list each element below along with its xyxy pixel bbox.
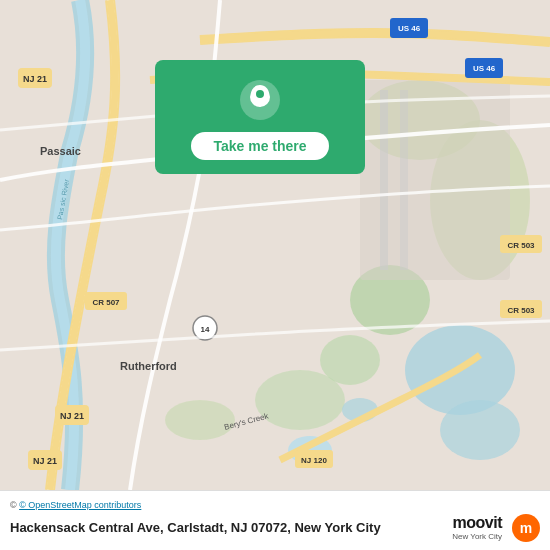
location-card: Take me there <box>155 60 365 174</box>
svg-point-11 <box>440 400 520 460</box>
svg-text:NJ 120: NJ 120 <box>301 456 327 465</box>
take-me-there-button[interactable]: Take me there <box>191 132 328 160</box>
location-info: Hackensack Central Ave, Carlstadt, NJ 07… <box>10 514 540 542</box>
svg-point-6 <box>165 400 235 440</box>
svg-text:NJ 21: NJ 21 <box>60 411 84 421</box>
moovit-icon: m <box>512 514 540 542</box>
svg-rect-9 <box>400 90 408 270</box>
moovit-sub: New York City <box>452 532 502 541</box>
svg-text:US 46: US 46 <box>473 64 496 73</box>
svg-text:Passaic: Passaic <box>40 145 81 157</box>
location-address: Hackensack Central Ave, Carlstadt, NJ 07… <box>10 520 381 535</box>
svg-text:CR 507: CR 507 <box>92 298 120 307</box>
osm-attribution: © © OpenStreetMap contributors <box>10 500 540 510</box>
svg-text:US 46: US 46 <box>398 24 421 33</box>
moovit-brand: moovit New York City m <box>452 514 540 542</box>
svg-text:CR 503: CR 503 <box>507 241 535 250</box>
moovit-text: moovit <box>453 514 502 532</box>
moovit-logo: moovit New York City <box>452 514 502 541</box>
map-pin-icon <box>238 78 282 122</box>
svg-text:NJ 21: NJ 21 <box>23 74 47 84</box>
map-container: NJ 21 US 46 US 46 14 NJ 120 CR 507 CR 50… <box>0 0 550 490</box>
svg-text:14: 14 <box>201 325 210 334</box>
svg-text:Rutherford: Rutherford <box>120 360 177 372</box>
svg-text:NJ 21: NJ 21 <box>33 456 57 466</box>
svg-point-5 <box>255 370 345 430</box>
bottom-bar: © © OpenStreetMap contributors Hackensac… <box>0 490 550 550</box>
svg-rect-8 <box>380 90 388 270</box>
svg-point-40 <box>256 90 264 98</box>
svg-text:CR 503: CR 503 <box>507 306 535 315</box>
osm-link[interactable]: © © OpenStreetMap contributors <box>10 500 141 510</box>
